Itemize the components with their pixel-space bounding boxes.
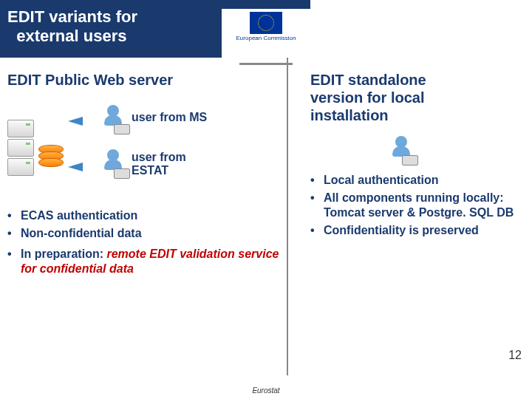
user-ms-label: user from MS	[132, 111, 207, 124]
list-item: Local authentication	[310, 173, 517, 188]
user-estat-icon	[96, 149, 130, 179]
prep-prefix: In preparation:	[21, 248, 106, 260]
title-line1: EDIT variants for	[7, 7, 137, 26]
list-item: Confidentiality is preserved	[310, 223, 517, 238]
left-bullets: ECAS authentication Non-confidential dat…	[7, 208, 281, 241]
title-line2: external users	[16, 27, 126, 45]
page-number: 12	[508, 349, 522, 362]
slide-body: EDIT Public Web server user from MS	[0, 58, 532, 399]
arrow-icon	[68, 117, 83, 126]
eu-flag-icon	[250, 12, 282, 34]
left-column: EDIT Public Web server user from MS	[7, 71, 281, 279]
left-heading: EDIT Public Web server	[7, 71, 281, 89]
right-column: EDIT standalone version for local instal…	[310, 71, 517, 241]
list-item: In preparation: remote EDIT validation s…	[7, 247, 281, 276]
arrow-icon	[68, 163, 83, 171]
list-item: ECAS authentication	[7, 208, 281, 223]
list-item: All components running locally: Tomcat s…	[310, 191, 517, 220]
user-ms-icon	[96, 105, 130, 134]
server-icon	[7, 120, 34, 177]
footer-eurostat: Eurostat	[0, 386, 532, 395]
list-item: Non-confidential data	[7, 226, 281, 241]
user-estat-label: user from ESTAT	[132, 151, 186, 177]
header-white-bg	[310, 0, 532, 58]
slide-title: EDIT variants for external users	[0, 0, 207, 47]
slide-header: EDIT variants for external users Europea…	[0, 0, 532, 58]
vertical-divider	[287, 58, 288, 375]
database-icon	[38, 145, 64, 165]
left-prep-bullets: In preparation: remote EDIT validation s…	[7, 247, 281, 276]
server-diagram: user from MS user from ESTAT	[7, 99, 281, 202]
right-bullets: Local authentication All components runn…	[310, 173, 517, 238]
ec-logo: European Commission	[222, 9, 310, 62]
ec-logo-text: European Commission	[236, 35, 296, 42]
user-standalone-icon	[384, 136, 418, 166]
right-heading: EDIT standalone version for local instal…	[310, 71, 517, 124]
